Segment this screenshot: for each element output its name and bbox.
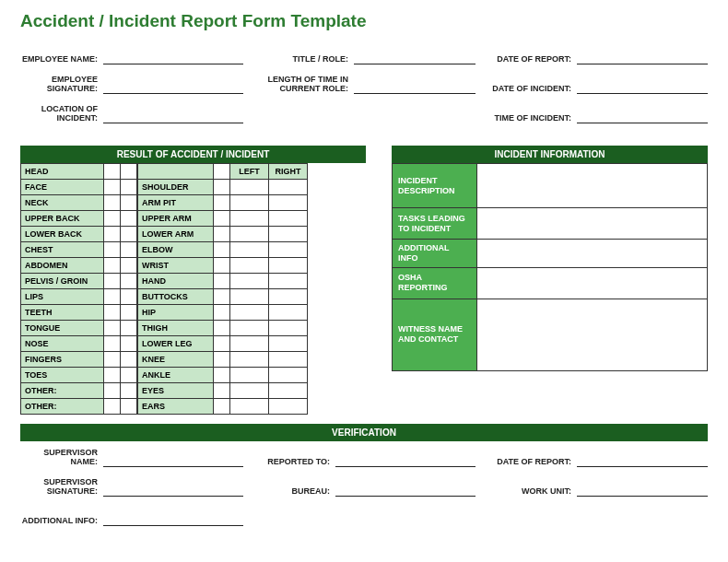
- body-part-b-14-left[interactable]: [230, 399, 269, 415]
- body-part-b-8-chk[interactable]: [214, 305, 230, 321]
- body-part-b-12-chk[interactable]: [214, 368, 230, 383]
- body-part-b-7-chk[interactable]: [214, 289, 230, 305]
- field-date-of-incident[interactable]: [577, 83, 708, 94]
- body-part-b-1-left[interactable]: [230, 195, 269, 211]
- body-part-b-4-left[interactable]: [230, 242, 269, 258]
- body-part-a-2-chk1[interactable]: [104, 195, 121, 211]
- body-part-b-10-right[interactable]: [269, 336, 308, 352]
- body-part-a-15-chk2[interactable]: [121, 399, 137, 415]
- info-value-4[interactable]: [477, 299, 708, 370]
- body-part-b-8-left[interactable]: [230, 305, 269, 321]
- body-part-b-3-right[interactable]: [269, 227, 308, 242]
- body-part-a-11-chk2[interactable]: [121, 336, 137, 352]
- body-part-a-9-chk1[interactable]: [104, 305, 121, 321]
- body-part-b-2-right[interactable]: [269, 211, 308, 227]
- info-value-0[interactable]: [477, 164, 708, 208]
- body-part-a-0-chk2[interactable]: [121, 164, 137, 180]
- body-part-a-8: LIPS: [21, 289, 104, 305]
- body-part-b-11-chk[interactable]: [214, 352, 230, 368]
- body-part-b-1-chk[interactable]: [214, 195, 230, 211]
- body-part-a-9: TEETH: [21, 305, 104, 321]
- info-value-2[interactable]: [477, 240, 708, 268]
- field-bureau[interactable]: [335, 486, 476, 497]
- body-part-a-0-chk1[interactable]: [104, 164, 121, 180]
- body-part-a-10-chk2[interactable]: [121, 321, 137, 336]
- body-part-b-10-left[interactable]: [230, 336, 269, 352]
- body-part-b-0-chk[interactable]: [214, 180, 230, 195]
- field-work-unit[interactable]: [577, 486, 708, 497]
- info-value-1[interactable]: [477, 208, 708, 240]
- field-length-of-time[interactable]: [354, 83, 476, 94]
- body-part-a-15-chk1[interactable]: [104, 399, 121, 415]
- field-employee-signature[interactable]: [103, 83, 243, 94]
- body-part-b-5-left[interactable]: [230, 258, 269, 274]
- body-part-b-9-right[interactable]: [269, 321, 308, 336]
- body-part-a-3-chk1[interactable]: [104, 211, 121, 227]
- body-part-a-5-chk1[interactable]: [104, 242, 121, 258]
- mid-section: RESULT OF ACCIDENT / INCIDENT HEADFACENE…: [20, 146, 708, 415]
- field-supervisor-name[interactable]: [103, 456, 243, 467]
- body-part-b-13-right[interactable]: [269, 383, 308, 399]
- field-verif-date-of-report[interactable]: [577, 456, 708, 467]
- body-part-b-11-left[interactable]: [230, 352, 269, 368]
- field-date-of-report[interactable]: [577, 53, 708, 64]
- body-part-b-7-right[interactable]: [269, 289, 308, 305]
- body-part-b-2-left[interactable]: [230, 211, 269, 227]
- field-time-of-incident[interactable]: [577, 112, 708, 123]
- body-part-a-13-chk2[interactable]: [121, 368, 137, 383]
- body-part-a-14-chk1[interactable]: [104, 383, 121, 399]
- body-part-b-8-right[interactable]: [269, 305, 308, 321]
- body-part-a-12-chk1[interactable]: [104, 352, 121, 368]
- field-reported-to[interactable]: [335, 456, 476, 467]
- body-part-b-4-chk[interactable]: [214, 242, 230, 258]
- body-part-b-13-left[interactable]: [230, 383, 269, 399]
- field-employee-name[interactable]: [103, 53, 243, 64]
- body-part-b-3-chk[interactable]: [214, 227, 230, 242]
- body-part-b-12-right[interactable]: [269, 368, 308, 383]
- body-part-a-5-chk2[interactable]: [121, 242, 137, 258]
- body-part-a-14-chk2[interactable]: [121, 383, 137, 399]
- body-part-a-4-chk1[interactable]: [104, 227, 121, 242]
- body-part-a-1-chk1[interactable]: [104, 180, 121, 195]
- body-part-a-2-chk2[interactable]: [121, 195, 137, 211]
- body-part-a-9-chk2[interactable]: [121, 305, 137, 321]
- body-part-b-9-chk[interactable]: [214, 321, 230, 336]
- body-part-b-2-chk[interactable]: [214, 211, 230, 227]
- body-part-a-8-chk1[interactable]: [104, 289, 121, 305]
- body-part-a-13-chk1[interactable]: [104, 368, 121, 383]
- body-part-b-5-chk[interactable]: [214, 258, 230, 274]
- body-part-b-3-left[interactable]: [230, 227, 269, 242]
- body-part-a-10-chk1[interactable]: [104, 321, 121, 336]
- body-part-b-14-chk[interactable]: [214, 399, 230, 415]
- field-title-role[interactable]: [354, 53, 476, 64]
- body-part-a-6-chk2[interactable]: [121, 258, 137, 274]
- body-part-b-9-left[interactable]: [230, 321, 269, 336]
- body-part-b-5-right[interactable]: [269, 258, 308, 274]
- body-part-b-11-right[interactable]: [269, 352, 308, 368]
- body-part-a-6-chk1[interactable]: [104, 258, 121, 274]
- body-part-a-4-chk2[interactable]: [121, 227, 137, 242]
- body-part-a-3-chk2[interactable]: [121, 211, 137, 227]
- body-part-b-1-right[interactable]: [269, 195, 308, 211]
- body-part-b-6-left[interactable]: [230, 274, 269, 289]
- body-part-b-10-chk[interactable]: [214, 336, 230, 352]
- body-part-a-8-chk2[interactable]: [121, 289, 137, 305]
- body-part-b-0-right[interactable]: [269, 180, 308, 195]
- body-part-b-14-right[interactable]: [269, 399, 308, 415]
- body-part-b-13-chk[interactable]: [214, 383, 230, 399]
- body-part-b-0-left[interactable]: [230, 180, 269, 195]
- field-location-of-incident[interactable]: [103, 112, 243, 123]
- body-part-b-4-right[interactable]: [269, 242, 308, 258]
- body-part-a-7-chk2[interactable]: [121, 274, 137, 289]
- body-part-b-6-right[interactable]: [269, 274, 308, 289]
- body-part-a-7-chk1[interactable]: [104, 274, 121, 289]
- info-value-3[interactable]: [477, 267, 708, 299]
- body-part-b-12-left[interactable]: [230, 368, 269, 383]
- body-part-a-1-chk2[interactable]: [121, 180, 137, 195]
- body-part-b-6-chk[interactable]: [214, 274, 230, 289]
- body-part-a-11-chk1[interactable]: [104, 336, 121, 352]
- field-additional-info[interactable]: [103, 515, 243, 526]
- body-part-b-7-left[interactable]: [230, 289, 269, 305]
- body-part-a-12-chk2[interactable]: [121, 352, 137, 368]
- field-supervisor-signature[interactable]: [103, 486, 243, 497]
